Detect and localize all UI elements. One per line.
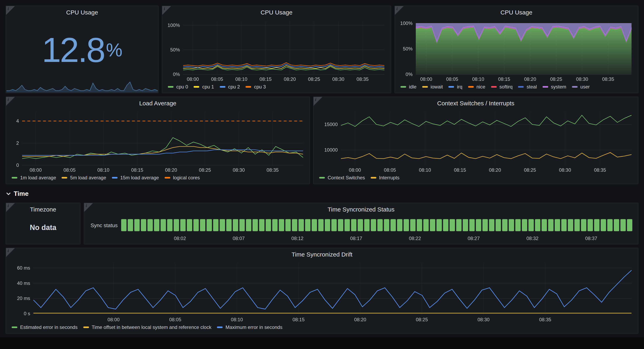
bottom-bar bbox=[0, 337, 644, 349]
legend-swatch bbox=[112, 177, 118, 179]
legend-swatch bbox=[217, 327, 222, 328]
sync-status-body: Sync status bbox=[84, 214, 638, 244]
panel-title[interactable]: CPU Usage bbox=[395, 6, 638, 17]
legend-item-idle[interactable]: idle bbox=[400, 84, 416, 90]
panel-title[interactable]: CPU Usage bbox=[162, 6, 391, 17]
panel-cpu-usage-per-core: i CPU Usage cpu 0cpu 1cpu 2cpu 3 bbox=[162, 6, 391, 93]
panel-load-average: i Load Average 1m load average5m load av… bbox=[6, 96, 310, 184]
legend-item-system[interactable]: system bbox=[542, 84, 566, 90]
legend-item-steal[interactable]: steal bbox=[518, 84, 537, 90]
legend-item-irq[interactable]: irq bbox=[448, 84, 462, 90]
dashboard-row-1: i CPU Usage 12.8% i CPU Usage cpu 0cpu 1… bbox=[6, 6, 638, 93]
grafana-dashboard: i CPU Usage 12.8% i CPU Usage cpu 0cpu 1… bbox=[0, 0, 644, 349]
panel-title[interactable]: Timezone bbox=[6, 203, 80, 214]
legend-swatch bbox=[164, 177, 170, 179]
legend-label: idle bbox=[409, 84, 416, 90]
legend-swatch bbox=[448, 86, 454, 88]
info-icon: i bbox=[86, 203, 87, 208]
legend-item-cpu-1[interactable]: cpu 1 bbox=[194, 84, 214, 90]
legend-swatch bbox=[319, 177, 325, 179]
cpu-usage-sparkline-chart[interactable] bbox=[6, 78, 158, 92]
legend-label: Estimated error in seconds bbox=[20, 325, 78, 330]
cpu-per-core-chart[interactable] bbox=[164, 18, 388, 82]
legend-item-5m-load-average[interactable]: 5m load average bbox=[62, 175, 106, 181]
legend-swatch bbox=[518, 86, 524, 88]
sync-status-timeline-chart[interactable] bbox=[121, 214, 632, 242]
legend-label: logical cores bbox=[173, 175, 200, 181]
legend-label: Maximum error in seconds bbox=[226, 325, 282, 330]
cpu-stacked-chart[interactable] bbox=[397, 18, 635, 82]
legend-swatch bbox=[12, 327, 17, 328]
legend-swatch bbox=[83, 327, 89, 328]
legend: 1m load average5m load average15m load a… bbox=[6, 173, 310, 184]
legend-swatch bbox=[62, 177, 68, 179]
legend: idleiowaitirqnicesoftirqstealsystemuser bbox=[395, 82, 638, 93]
legend-item-softirq[interactable]: softirq bbox=[491, 84, 512, 90]
legend-label: user bbox=[580, 84, 590, 90]
legend-swatch bbox=[468, 86, 474, 88]
info-icon: i bbox=[8, 6, 9, 11]
legend-swatch bbox=[400, 86, 406, 88]
legend-swatch bbox=[572, 86, 578, 88]
legend-swatch bbox=[370, 177, 376, 179]
dashboard-row-3: i Timezone No data i Time Syncronized St… bbox=[6, 203, 638, 245]
info-icon: i bbox=[8, 203, 9, 208]
legend-label: cpu 1 bbox=[202, 84, 214, 90]
legend-swatch bbox=[168, 86, 174, 88]
legend-label: nice bbox=[476, 84, 485, 90]
panel-time-sync-status: i Time Syncronized Status Sync status bbox=[84, 203, 638, 245]
dashboard-row-2: i Load Average 1m load average5m load av… bbox=[6, 96, 638, 184]
legend-item-cpu-3[interactable]: cpu 3 bbox=[246, 84, 266, 90]
legend-item-cpu-0[interactable]: cpu 0 bbox=[168, 84, 188, 90]
legend-label: Interrupts bbox=[379, 175, 399, 181]
legend-item-user[interactable]: user bbox=[572, 84, 590, 90]
panel-title[interactable]: CPU Usage bbox=[6, 6, 158, 17]
info-icon: i bbox=[315, 97, 316, 102]
info-icon: i bbox=[8, 97, 9, 102]
legend-item-context-switches[interactable]: Context Switches bbox=[319, 175, 365, 181]
legend-label: irq bbox=[457, 84, 462, 90]
no-data-message: No data bbox=[6, 214, 80, 244]
panel-title[interactable]: Time Syncronized Status bbox=[84, 203, 638, 214]
legend-item-cpu-2[interactable]: cpu 2 bbox=[220, 84, 240, 90]
stat-value: 12.8 bbox=[42, 32, 104, 67]
legend-swatch bbox=[12, 177, 17, 179]
legend-label: 1m load average bbox=[20, 175, 56, 181]
legend-item-1m-load-average[interactable]: 1m load average bbox=[12, 175, 56, 181]
legend-swatch bbox=[220, 86, 225, 88]
legend-label: iowait bbox=[430, 84, 443, 90]
time-sync-drift-chart[interactable] bbox=[8, 260, 635, 323]
legend-item-estimated-error-in-seconds[interactable]: Estimated error in seconds bbox=[12, 325, 78, 330]
legend-item-time-offset-in-between-local-system-and-reference-clock[interactable]: Time offset in between local system and … bbox=[83, 325, 211, 330]
section-row-time[interactable]: Time bbox=[6, 187, 638, 200]
info-icon: i bbox=[396, 6, 398, 11]
legend-item-iowait[interactable]: iowait bbox=[422, 84, 443, 90]
legend-swatch bbox=[194, 86, 200, 88]
panel-title[interactable]: Context Switches / Interrupts bbox=[314, 97, 638, 108]
chevron-down-icon bbox=[6, 191, 11, 197]
info-icon: i bbox=[8, 249, 9, 253]
legend-item-15m-load-average[interactable]: 15m load average bbox=[112, 175, 159, 181]
panel-title[interactable]: Time Syncronized Drift bbox=[6, 248, 638, 259]
sync-status-series-label: Sync status bbox=[84, 214, 121, 242]
legend-label: 15m load average bbox=[120, 175, 159, 181]
legend-swatch bbox=[422, 86, 428, 88]
panel-time-sync-drift: i Time Syncronized Drift Estimated error… bbox=[6, 248, 638, 334]
panel-cpu-usage-stat: i CPU Usage 12.8% bbox=[6, 6, 158, 93]
panel-title[interactable]: Load Average bbox=[6, 97, 310, 108]
legend: cpu 0cpu 1cpu 2cpu 3 bbox=[162, 82, 391, 93]
legend-swatch bbox=[491, 86, 496, 88]
panel-timezone: i Timezone No data bbox=[6, 203, 80, 245]
legend-label: cpu 0 bbox=[176, 84, 188, 90]
legend-swatch bbox=[542, 86, 548, 88]
legend: Context SwitchesInterrupts bbox=[314, 173, 638, 184]
context-switches-chart[interactable] bbox=[316, 109, 635, 173]
legend-label: cpu 2 bbox=[228, 84, 240, 90]
load-average-chart[interactable] bbox=[8, 109, 306, 173]
legend-item-interrupts[interactable]: Interrupts bbox=[370, 175, 399, 181]
legend-item-maximum-error-in-seconds[interactable]: Maximum error in seconds bbox=[217, 325, 282, 330]
dashboard-row-4: i Time Syncronized Drift Estimated error… bbox=[6, 248, 638, 334]
legend-item-nice[interactable]: nice bbox=[468, 84, 485, 90]
legend-label: steal bbox=[527, 84, 537, 90]
legend-item-logical-cores[interactable]: logical cores bbox=[164, 175, 200, 181]
